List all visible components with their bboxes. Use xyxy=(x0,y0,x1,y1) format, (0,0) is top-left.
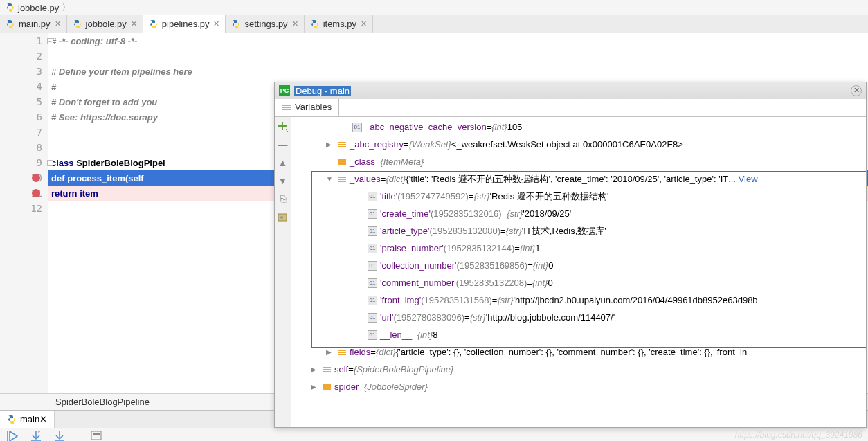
debug-title-text: Debug - main xyxy=(294,86,351,96)
resume-icon[interactable] xyxy=(7,431,18,441)
tab-jobbole-py[interactable]: jobbole.py✕ xyxy=(67,15,143,33)
dict-icon xyxy=(337,157,347,167)
svg-point-7 xyxy=(280,216,283,219)
variable-row[interactable]: ▶fields = {dict} {'article_type': {}, 'c… xyxy=(291,343,866,361)
value-icon: 01 xyxy=(368,209,377,219)
pycharm-icon: PC xyxy=(279,85,290,96)
tab-settings-py[interactable]: settings.py✕ xyxy=(226,15,304,33)
svg-rect-5 xyxy=(93,433,100,435)
variable-row[interactable]: 01'title' (1952747749592) = {str} 'Redis… xyxy=(291,188,866,205)
equals: = xyxy=(412,330,417,340)
variable-value: 8 xyxy=(433,330,437,340)
remove-icon[interactable]: — xyxy=(278,139,289,150)
equals: = xyxy=(527,260,533,271)
gutter-line[interactable]: 3 xyxy=(0,64,48,79)
code-line[interactable]: # -*- coding: utf-8 -*- xyxy=(48,33,868,48)
close-icon[interactable]: ✕ xyxy=(131,19,137,28)
fold-icon[interactable]: − xyxy=(47,38,53,44)
python-file-icon xyxy=(6,19,15,29)
value-icon: 01 xyxy=(352,123,362,132)
gutter-line[interactable]: 4 xyxy=(0,79,48,94)
expand-arrow-icon[interactable]: ▶ xyxy=(311,383,319,390)
gutter-line[interactable]: 2 xyxy=(0,48,48,64)
close-icon[interactable]: ✕ xyxy=(213,19,219,28)
code-line[interactable] xyxy=(48,48,868,64)
variable-row[interactable]: 01'comment_number' (1952835132208) = {in… xyxy=(291,274,866,291)
close-icon[interactable]: ✕ xyxy=(361,19,367,28)
value-icon: 01 xyxy=(368,192,377,201)
gutter-line[interactable]: 11 xyxy=(0,186,48,201)
inspect-icon[interactable] xyxy=(278,211,289,222)
variable-type: {ItemMeta} xyxy=(380,156,424,167)
add-watch-icon[interactable] xyxy=(278,121,289,132)
variable-row[interactable]: ▶_abc_registry = {WeakSet} <_weakrefset.… xyxy=(291,136,866,153)
dict-icon xyxy=(322,365,332,375)
fold-icon[interactable]: − xyxy=(47,160,53,166)
variable-name: _values xyxy=(350,174,381,184)
variable-row[interactable]: 01_abc_negative_cache_version = {int} 10… xyxy=(291,118,866,136)
variable-row[interactable]: 01'url' (1952780383096) = {str} 'http://… xyxy=(291,309,866,326)
variable-row[interactable]: 01'article_type' (1952835132080) = {str}… xyxy=(291,222,866,240)
close-icon[interactable]: ✕ xyxy=(39,414,47,424)
run-tab-main[interactable]: main ✕ xyxy=(0,411,55,428)
breadcrumb-file: jobbole.py xyxy=(18,3,59,13)
variable-row[interactable]: 01'praise_number' (1952835132144) = {int… xyxy=(291,240,866,257)
expand-arrow-icon[interactable]: ▼ xyxy=(326,175,334,183)
view-link[interactable]: ... View xyxy=(728,174,757,184)
gutter-line[interactable]: 7 xyxy=(0,125,48,140)
watermark: https://blog.csdn.net/qq_39241986 xyxy=(735,430,862,440)
gutter-line[interactable]: 9− xyxy=(0,155,48,170)
variable-value: {'title': 'Redis 避不开的五种数据结构', 'create_ti… xyxy=(406,173,728,186)
variable-row[interactable]: 01'collection_number' (1952835169856) = … xyxy=(291,257,866,274)
breakpoint-icon[interactable] xyxy=(32,174,40,182)
copy-icon[interactable]: ⎘ xyxy=(278,193,289,204)
variable-row[interactable]: 01'front_img' (1952835131568) = {str} 'h… xyxy=(291,291,866,309)
tab-label: main.py xyxy=(19,19,51,29)
variable-type: {int} xyxy=(533,260,548,271)
variable-row[interactable]: ▶spider = {JobboleSpider} xyxy=(291,378,866,395)
debug-titlebar[interactable]: PC Debug - main ✕ xyxy=(275,82,866,99)
variable-tree[interactable]: 01_abc_negative_cache_version = {int} 10… xyxy=(291,117,866,427)
variable-name: spider xyxy=(334,381,359,392)
equals: = xyxy=(514,243,520,253)
gutter-line[interactable]: 5 xyxy=(0,94,48,109)
variable-type: {str} xyxy=(497,295,513,305)
step-over-icon[interactable] xyxy=(54,431,65,441)
variable-row[interactable]: 01__len__ = {int} 8 xyxy=(291,326,866,343)
equals: = xyxy=(359,381,364,392)
variable-type: {str} xyxy=(473,191,489,201)
close-icon[interactable]: ✕ xyxy=(55,19,61,28)
variable-row[interactable]: _class = {ItemMeta} xyxy=(291,153,866,170)
gutter-line[interactable]: 8 xyxy=(0,140,48,155)
variable-row[interactable]: ▶self = {SpiderBoleBlogPipeline} xyxy=(291,361,866,378)
variable-row[interactable]: ▼_values = {dict} {'title': 'Redis 避不开的五… xyxy=(291,170,866,188)
up-icon[interactable]: ▲ xyxy=(278,157,289,168)
variable-row[interactable]: 01'create_time' (1952835132016) = {str} … xyxy=(291,205,866,222)
expand-arrow-icon[interactable]: ▶ xyxy=(326,141,334,148)
evaluate-icon[interactable] xyxy=(91,431,102,441)
equals: = xyxy=(375,156,381,167)
tab-items-py[interactable]: items.py✕ xyxy=(305,15,373,33)
variable-address: (1952835132208) xyxy=(456,278,527,288)
variables-tab[interactable]: Variables xyxy=(275,99,339,116)
close-icon[interactable]: ✕ xyxy=(292,19,298,28)
gutter-line[interactable]: 1− xyxy=(0,33,48,48)
down-icon[interactable]: ▼ xyxy=(278,175,289,186)
gutter-line[interactable]: 10 xyxy=(0,170,48,186)
expand-arrow-icon[interactable]: ▶ xyxy=(311,366,319,373)
code-line[interactable]: # Define your item pipelines here xyxy=(48,64,868,79)
gutter-line[interactable]: 12 xyxy=(0,201,48,216)
tab-label: items.py xyxy=(323,19,356,29)
breakpoint-icon[interactable] xyxy=(32,189,40,197)
close-icon[interactable]: ✕ xyxy=(851,85,862,96)
variable-name: 'title' xyxy=(380,191,397,201)
variable-name: 'comment_number' xyxy=(380,278,456,288)
separator xyxy=(78,431,78,441)
variable-type: {int} xyxy=(532,278,548,288)
gutter-line[interactable]: 6 xyxy=(0,109,48,125)
expand-arrow-icon[interactable]: ▶ xyxy=(326,348,334,356)
tab-main-py[interactable]: main.py✕ xyxy=(0,15,67,33)
svg-rect-4 xyxy=(91,431,101,440)
step-into-icon[interactable] xyxy=(30,431,42,441)
tab-pipelines-py[interactable]: pipelines.py✕ xyxy=(143,15,226,33)
